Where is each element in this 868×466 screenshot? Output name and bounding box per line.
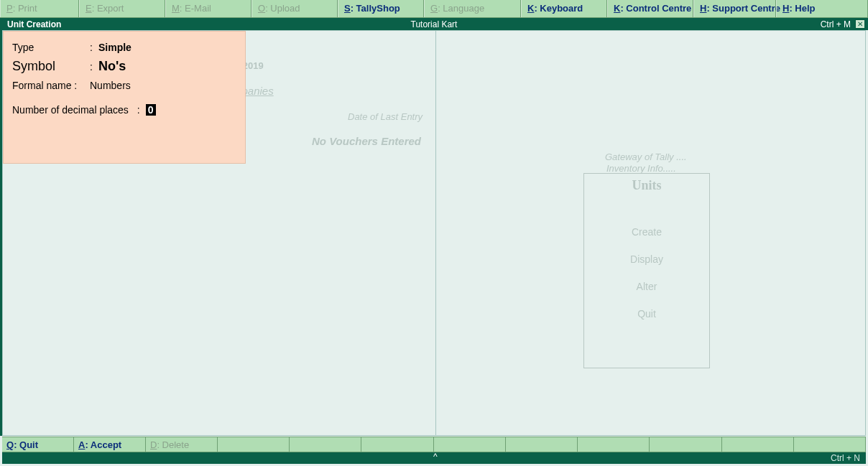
bottom-blank-cell [434,437,506,452]
type-field[interactable]: Simple [98,42,131,53]
menu-label: : Control Centre [620,3,691,14]
formal-name-label: Formal name : [12,80,90,91]
bottom-blank-cell [650,437,721,452]
bottom-blank-cell [361,437,433,452]
formal-name-field[interactable]: Numbers [90,80,131,91]
menu-hotkey: K [527,3,534,14]
colon: : [90,61,98,73]
screen-title: Unit Creation [0,19,61,29]
bottom-blank-cell [290,437,361,452]
type-label: Type [12,42,90,53]
caret-up-icon[interactable]: ^ [433,452,438,462]
btn-hotkey: Q [6,439,14,450]
close-icon[interactable]: ✕ [855,19,865,29]
btn-label: : Quit [14,439,38,450]
menu-language[interactable]: G: Language [424,0,521,17]
bottom-command-bar: Q: Quit A: Accept D: Delete [2,437,866,452]
symbol-field[interactable]: No's [98,59,126,74]
menu-upload[interactable]: O: Upload [251,0,338,17]
menu-hotkey: H [700,3,706,14]
bottom-blank-cell [722,437,794,452]
menu-hotkey: P [6,3,13,14]
decimal-places-label: Number of decimal places [12,104,129,116]
title-bar: Unit Creation Tutorial Kart Ctrl + M ✕ [0,18,868,30]
bottom-blank-cell [794,437,866,452]
menu-label: : Print [13,3,37,14]
breadcrumb-line1: Gateway of Tally .... [605,152,687,162]
quit-button[interactable]: Q: Quit [2,437,74,452]
menu-hotkey: O [258,3,265,14]
menu-control-centre[interactable]: K: Control Centre [607,0,693,17]
btn-label: : Delete [157,439,189,450]
menu-hotkey: G [430,3,438,14]
top-menu-bar: P: Print E: Export M: E-Mail O: Upload S… [0,0,868,18]
bottom-bar-spacer [218,437,866,452]
menu-label: : E-Mail [180,3,211,14]
gateway-box: Units Create Display Alter Quit [583,173,710,368]
gateway-item-alter: Alter [584,281,709,292]
last-entry-label: Date of Last Entry [348,111,423,122]
menu-help[interactable]: H: Help [776,0,868,17]
menu-label: : TallyShop [351,3,400,14]
titlebar-shortcut: Ctrl + M [821,19,851,29]
no-vouchers-label: No Vouchers Entered [312,135,421,147]
btn-hotkey: A [78,439,85,450]
colon: : [90,42,98,53]
workspace: Current Date Monday, 1 Apr, 2019 mpanies… [2,30,866,436]
gateway-box-title: Units [584,178,709,193]
btn-label: : Accept [85,439,121,450]
btn-hotkey: D [150,439,157,450]
bottom-blank-cell [218,437,290,452]
menu-hotkey: S [344,3,351,14]
menu-label: : Help [789,3,815,14]
delete-button: D: Delete [146,437,218,452]
menu-hotkey: E [86,3,92,14]
menu-hotkey: H [782,3,789,14]
menu-label: : Support Centre [706,3,780,14]
menu-export[interactable]: E: Export [79,0,165,17]
menu-label: : Upload [265,3,300,14]
colon: : [137,104,140,116]
menu-label: : Keyboard [534,3,583,14]
status-shortcut: Ctrl + N [831,453,866,463]
menu-email[interactable]: M: E-Mail [165,0,251,17]
unit-creation-dialog: Type : Simple Symbol : No's Formal name … [3,31,246,164]
menu-hotkey: K [614,3,620,14]
menu-keyboard[interactable]: K: Keyboard [521,0,607,17]
gateway-item-display: Display [584,253,709,265]
gateway-item-create: Create [584,226,709,238]
status-bar: ^ Ctrl + N [2,452,866,464]
vertical-separator [435,31,436,435]
decimal-places-field[interactable]: 0 [146,104,156,116]
menu-label: : Language [438,3,484,14]
symbol-label: Symbol [12,59,90,74]
menu-hotkey: M [172,3,180,14]
menu-support-centre[interactable]: H: Support Centre [693,0,776,17]
bottom-blank-cell [506,437,578,452]
menu-print[interactable]: P: Print [0,0,79,17]
menu-tallyshop[interactable]: S: TallyShop [338,0,424,17]
company-name: Tutorial Kart [0,19,868,29]
breadcrumb-line2: Inventory Info..... [606,163,676,174]
accept-button[interactable]: A: Accept [74,437,146,452]
gateway-item-quit: Quit [584,308,709,320]
menu-label: : Export [92,3,124,14]
bottom-blank-cell [578,437,650,452]
